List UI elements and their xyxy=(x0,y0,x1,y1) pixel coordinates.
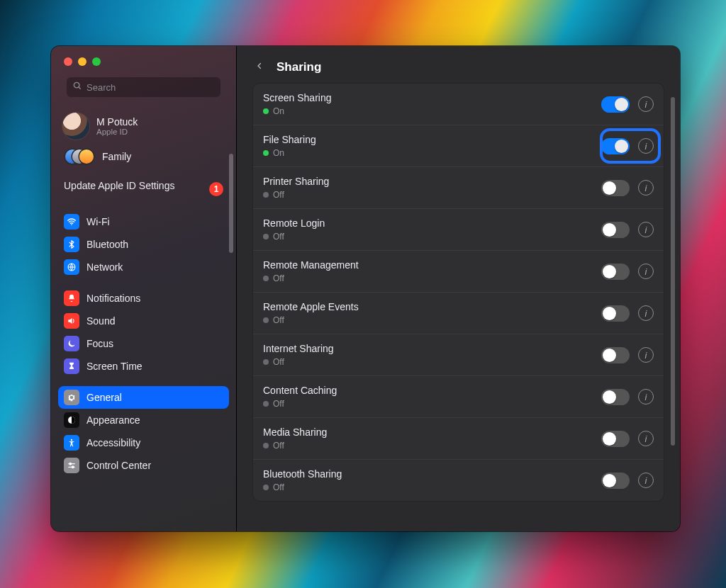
main-scrollbar-thumb[interactable] xyxy=(671,97,675,446)
sharing-row-remote-login: Remote LoginOffi xyxy=(253,209,664,251)
sidebar-item-family[interactable]: Family xyxy=(58,144,229,172)
file-sharing-info-button[interactable]: i xyxy=(638,138,654,154)
sharing-row-remote-apple-events: Remote Apple EventsOffi xyxy=(253,293,664,334)
hourglass-icon xyxy=(64,358,79,374)
row-status: Off xyxy=(263,232,325,242)
row-status: Off xyxy=(263,441,327,451)
sidebar-item-apple-id[interactable]: M Potuck Apple ID xyxy=(58,104,229,144)
sidebar-item-accessibility[interactable]: Accessibility xyxy=(58,431,229,454)
row-title: Remote Login xyxy=(263,217,325,229)
info-icon: i xyxy=(645,392,647,402)
sharing-row-content-caching: Content CachingOffi xyxy=(253,376,664,418)
sidebar-scroll[interactable]: M Potuck Apple ID Family Update Apple ID… xyxy=(51,77,236,531)
sliders-icon xyxy=(64,458,79,473)
info-icon: i xyxy=(645,308,647,319)
sidebar-item-label: General xyxy=(86,392,122,403)
bluetooth-sharing-info-button[interactable]: i xyxy=(638,473,654,488)
file-sharing-toggle[interactable] xyxy=(601,138,630,154)
search-field[interactable] xyxy=(67,77,220,97)
content-caching-info-button[interactable]: i xyxy=(638,389,654,405)
row-title: Remote Apple Events xyxy=(263,301,359,312)
sidebar-item-screen-time[interactable]: Screen Time xyxy=(58,355,229,378)
minimize-window-button[interactable] xyxy=(78,57,86,66)
sidebar-item-sound[interactable]: Sound xyxy=(58,310,229,332)
bell-icon xyxy=(64,290,79,306)
remote-apple-events-toggle[interactable] xyxy=(601,305,630,322)
status-dot-icon xyxy=(263,317,269,323)
status-dot-icon xyxy=(263,108,269,114)
account-name: M Potuck xyxy=(96,116,138,128)
sidebar-item-wifi[interactable]: Wi-Fi xyxy=(58,210,229,233)
row-title: Remote Management xyxy=(263,259,359,271)
row-title: Content Caching xyxy=(263,385,337,396)
screen-sharing-toggle[interactable] xyxy=(601,96,630,113)
main-scroll[interactable]: Screen SharingOniFile SharingOniPrinter … xyxy=(237,83,680,531)
zoom-window-button[interactable] xyxy=(92,57,101,66)
sidebar-item-label: Sound xyxy=(86,315,115,327)
sidebar-item-label: Accessibility xyxy=(86,437,140,448)
content-caching-toggle[interactable] xyxy=(601,389,630,405)
printer-sharing-info-button[interactable]: i xyxy=(638,180,654,196)
sidebar-item-label: Network xyxy=(86,261,123,273)
gear-icon xyxy=(64,390,79,405)
remote-login-toggle[interactable] xyxy=(601,222,630,238)
sharing-row-remote-management: Remote ManagementOffi xyxy=(253,251,664,293)
search-input[interactable] xyxy=(86,82,215,93)
status-dot-icon xyxy=(263,192,269,198)
sidebar-item-label: Wi-Fi xyxy=(86,216,110,227)
row-status: On xyxy=(263,148,316,158)
sidebar-scrollbar-thumb[interactable] xyxy=(229,154,233,253)
remote-login-info-button[interactable]: i xyxy=(638,222,654,237)
internet-sharing-info-button[interactable]: i xyxy=(638,347,654,363)
info-icon: i xyxy=(645,475,647,486)
sharing-row-bluetooth-sharing: Bluetooth SharingOffi xyxy=(253,460,664,501)
info-icon: i xyxy=(645,225,647,235)
sidebar-item-label: Notifications xyxy=(86,293,140,304)
moon-icon xyxy=(64,336,79,351)
close-window-button[interactable] xyxy=(64,57,72,66)
sidebar-item-general[interactable]: General xyxy=(58,386,229,409)
remote-management-info-button[interactable]: i xyxy=(638,264,654,279)
row-title: File Sharing xyxy=(263,134,316,145)
sidebar-item-bluetooth[interactable]: Bluetooth xyxy=(58,233,229,256)
remote-apple-events-info-button[interactable]: i xyxy=(638,305,654,321)
chevron-left-icon xyxy=(255,60,264,75)
back-button[interactable] xyxy=(251,59,268,76)
avatar xyxy=(62,113,89,140)
sidebar-item-focus[interactable]: Focus xyxy=(58,332,229,355)
status-dot-icon xyxy=(263,401,269,407)
info-icon: i xyxy=(645,350,647,361)
media-sharing-toggle[interactable] xyxy=(601,431,630,447)
row-status: Off xyxy=(263,482,342,492)
sidebar-item-update-apple-id[interactable]: Update Apple ID Settings 1 xyxy=(58,172,229,206)
screen-sharing-info-button[interactable]: i xyxy=(638,96,654,112)
sharing-row-internet-sharing: Internet SharingOffi xyxy=(253,334,664,376)
status-text: Off xyxy=(273,315,284,325)
internet-sharing-toggle[interactable] xyxy=(601,347,630,363)
accessibility-icon xyxy=(64,435,79,451)
row-title: Printer Sharing xyxy=(263,176,329,187)
bluetooth-sharing-toggle[interactable] xyxy=(601,473,630,489)
family-label: Family xyxy=(102,151,131,162)
remote-management-toggle[interactable] xyxy=(601,264,630,280)
account-subtitle: Apple ID xyxy=(96,128,138,136)
family-avatars-icon xyxy=(65,149,94,164)
sidebar-item-control-center[interactable]: Control Center xyxy=(58,454,229,477)
printer-sharing-toggle[interactable] xyxy=(601,180,630,196)
status-text: Off xyxy=(273,357,284,367)
speaker-icon xyxy=(64,313,79,329)
row-title: Bluetooth Sharing xyxy=(263,468,342,480)
system-settings-window: M Potuck Apple ID Family Update Apple ID… xyxy=(51,46,680,531)
window-controls xyxy=(51,46,236,74)
sidebar-item-notifications[interactable]: Notifications xyxy=(58,287,229,310)
globe-icon xyxy=(64,259,79,275)
status-dot-icon xyxy=(263,234,269,239)
row-title: Screen Sharing xyxy=(263,92,332,103)
sidebar-item-network[interactable]: Network xyxy=(58,256,229,278)
sidebar-item-appearance[interactable]: Appearance xyxy=(58,409,229,431)
status-dot-icon xyxy=(263,276,269,281)
media-sharing-info-button[interactable]: i xyxy=(638,431,654,446)
update-label: Update Apple ID Settings xyxy=(64,179,174,193)
row-status: On xyxy=(263,106,332,116)
sharing-services-panel: Screen SharingOniFile SharingOniPrinter … xyxy=(252,83,664,502)
